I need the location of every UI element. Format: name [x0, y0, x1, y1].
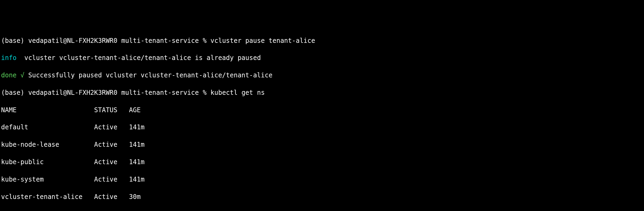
prompt-dir: multi-tenant-service	[121, 89, 199, 96]
done-message: Successfully paused vcluster vcluster-te…	[24, 71, 273, 79]
table-row: kube-node-lease Active 141m	[1, 140, 643, 149]
info-message: vcluster vcluster-tenant-alice/tenant-al…	[17, 54, 261, 62]
prompt-user-host: vedapatil@NL-FXH2K3RWR0	[28, 89, 117, 96]
info-tag: info	[1, 54, 17, 62]
table-row: kube-public Active 141m	[1, 158, 643, 166]
prompt-env: (base)	[1, 89, 24, 96]
prompt-user-host: vedapatil@NL-FXH2K3RWR0	[28, 37, 117, 44]
terminal-line-prompt-2: (base) vedapatil@NL-FXH2K3RWR0 multi-ten…	[1, 88, 643, 97]
terminal-line-info: info vcluster vcluster-tenant-alice/tena…	[1, 54, 643, 62]
terminal-line-done: done √ Successfully paused vcluster vclu…	[1, 71, 643, 80]
ns-table-header: NAME STATUS AGE	[1, 106, 643, 114]
table-row: default Active 141m	[1, 123, 643, 131]
terminal-line-prompt-1: (base) vedapatil@NL-FXH2K3RWR0 multi-ten…	[1, 36, 643, 45]
command-input[interactable]: vcluster pause tenant-alice	[210, 37, 315, 44]
table-row: vcluster-tenant-bob Active 29m	[1, 210, 643, 211]
prompt-separator: %	[203, 37, 206, 44]
prompt-env: (base)	[1, 37, 24, 44]
table-row: kube-system Active 141m	[1, 175, 643, 184]
command-input[interactable]: kubectl get ns	[210, 89, 265, 96]
prompt-separator: %	[203, 89, 206, 96]
done-tag: done √	[1, 71, 24, 79]
table-row: vcluster-tenant-alice Active 30m	[1, 193, 643, 201]
prompt-dir: multi-tenant-service	[121, 37, 199, 44]
